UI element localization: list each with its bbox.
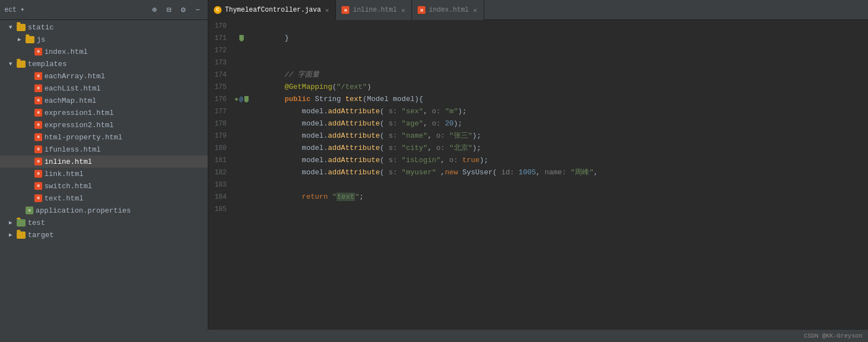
sidebar-item-text[interactable]: H text.html	[0, 192, 208, 204]
file-icon-ifunless: H	[34, 145, 42, 153]
sidebar-label-eachlist: eachList.html	[44, 84, 101, 93]
code-line-179: 179 model.addAttribute( s: "name", o: "张…	[208, 130, 868, 142]
line-num-182: 182	[208, 167, 233, 179]
layout-button[interactable]: ⊟	[163, 4, 174, 16]
bookmark-icon-176	[244, 96, 249, 103]
tab-bar: C ThymeleafController.java ✕ H inline.ht…	[208, 0, 868, 19]
tab-inline-close[interactable]: ✕	[400, 6, 407, 14]
file-icon-text: H	[34, 194, 42, 202]
file-icon-eacharray: H	[34, 72, 42, 80]
code-area: 170 171 } 172 173	[208, 20, 868, 330]
sidebar-item-static[interactable]: ▼ static	[0, 21, 208, 33]
tab-thymeleaf-close[interactable]: ✕	[324, 6, 330, 14]
line-content-175: @GetMapping("/text")	[250, 81, 868, 93]
sidebar-item-eachmap[interactable]: H eachMap.html	[0, 94, 208, 107]
line-num-172: 172	[208, 44, 233, 57]
sidebar-item-templates[interactable]: ▼ templates	[0, 58, 208, 70]
sidebar-item-expression1[interactable]: H expression1.html	[0, 107, 208, 119]
main-area: ▼ static ▶ js H index.html ▼ templates H…	[0, 20, 868, 330]
code-line-170: 170	[208, 20, 868, 32]
status-label: CSDN @KK-Greyson	[804, 333, 862, 339]
line-num-170: 170	[208, 20, 233, 32]
line-content-178: model.addAttribute( s: "age", o: 20);	[250, 118, 868, 130]
arrow-static: ▼	[9, 24, 14, 31]
code-line-177: 177 model.addAttribute( s: "sex", o: "m"…	[208, 105, 868, 118]
sidebar-item-eachlist[interactable]: H eachList.html	[0, 82, 208, 94]
project-label[interactable]: ect ▾	[4, 6, 24, 14]
sidebar-label-switch: switch.html	[44, 182, 92, 190]
sidebar-label-templates: templates	[28, 60, 67, 68]
line-num-185: 185	[208, 203, 233, 215]
line-num-183: 183	[208, 179, 233, 191]
folder-icon-target	[17, 232, 26, 239]
line-num-175: 175	[208, 81, 233, 93]
settings-button[interactable]: ⚙	[178, 4, 189, 16]
code-line-185: 185	[208, 203, 868, 215]
sidebar-item-js[interactable]: ▶ js	[0, 33, 208, 46]
tab-index[interactable]: H index.html ✕	[412, 0, 484, 20]
html-icon-inline: H	[342, 6, 349, 14]
code-line-178: 178 model.addAttribute( s: "age", o: 20)…	[208, 118, 868, 130]
sidebar-label-eacharray: eachArray.html	[44, 72, 105, 81]
tab-inline[interactable]: H inline.html ✕	[336, 0, 412, 20]
line-num-180: 180	[208, 142, 233, 154]
code-line-182: 182 model.addAttribute( s: "myuser" ,new…	[208, 167, 868, 179]
file-icon-eachlist: H	[34, 84, 42, 92]
sidebar-item-application-props[interactable]: ⚙ application.properties	[0, 204, 208, 217]
file-icon-expression2: H	[34, 121, 42, 129]
tab-thymeleaf-label: ThymeleafController.java	[225, 6, 321, 14]
file-icon-link: H	[34, 170, 42, 178]
sidebar-item-inline[interactable]: H inline.html	[0, 155, 208, 168]
java-icon: C	[214, 6, 222, 14]
sidebar-label-link: link.html	[44, 170, 83, 178]
arrow-js: ▶	[18, 36, 23, 43]
code-line-180: 180 model.addAttribute( s: "city", o: "北…	[208, 142, 868, 154]
top-row: ect ▾ ⊕ ⊟ ⚙ − C ThymeleafController.java…	[0, 0, 868, 20]
code-line-184: 184 return "text";	[208, 191, 868, 203]
line-content-181: model.addAttribute( s: "isLogin", o: tru…	[250, 154, 868, 167]
sidebar-label-js: js	[37, 36, 46, 44]
folder-icon-templates	[17, 61, 26, 68]
minimize-button[interactable]: −	[192, 4, 203, 16]
line-content-176: public String text(Model model){	[250, 93, 868, 105]
file-icon-eachmap: H	[34, 97, 42, 104]
code-editor[interactable]: 170 171 } 172 173	[208, 20, 868, 330]
sidebar-item-target[interactable]: ▶ target	[0, 229, 208, 241]
sidebar-item-switch[interactable]: H switch.html	[0, 180, 208, 192]
line-num-184: 184	[208, 191, 233, 203]
sidebar-item-eacharray[interactable]: H eachArray.html	[0, 70, 208, 82]
sidebar-item-expression2[interactable]: H expression2.html	[0, 119, 208, 131]
code-line-171: 171 }	[208, 32, 868, 44]
line-content-174: // 字面量	[250, 69, 868, 81]
code-line-174: 174 // 字面量	[208, 69, 868, 81]
sidebar-label-ifunless: ifunless.html	[44, 145, 101, 154]
file-icon-inline: H	[34, 158, 42, 165]
code-line-183: 183	[208, 179, 868, 191]
code-line-176: 176 ● @ public String text(Model model){	[208, 93, 868, 105]
sidebar-item-ifunless[interactable]: H ifunless.html	[0, 143, 208, 155]
line-num-181: 181	[208, 154, 233, 167]
sidebar-item-index-static[interactable]: H index.html	[0, 46, 208, 58]
sidebar-label-target: target	[28, 231, 54, 239]
add-button[interactable]: ⊕	[149, 4, 160, 16]
code-line-173: 173	[208, 57, 868, 69]
line-content-182: model.addAttribute( s: "myuser" ,new Sys…	[250, 167, 868, 179]
at-icon: @	[239, 93, 243, 105]
sidebar-item-html-property[interactable]: H html-property.html	[0, 131, 208, 143]
line-num-179: 179	[208, 130, 233, 142]
tab-thymeleaf[interactable]: C ThymeleafController.java ✕	[208, 0, 336, 20]
file-icon-html-index-static: H	[34, 48, 42, 56]
code-line-181: 181 model.addAttribute( s: "isLogin", o:…	[208, 154, 868, 167]
top-left-toolbar: ect ▾ ⊕ ⊟ ⚙ −	[0, 0, 208, 19]
folder-icon-static	[17, 24, 26, 31]
gutter-176: ● @	[233, 93, 250, 105]
sidebar-item-link[interactable]: H link.html	[0, 168, 208, 180]
sidebar-item-test[interactable]: ▶ test	[0, 217, 208, 229]
sidebar-label-expression1: expression1.html	[44, 109, 114, 117]
code-line-172: 172	[208, 44, 868, 57]
sidebar-label-text: text.html	[44, 194, 83, 203]
sidebar-label-expression2: expression2.html	[44, 121, 114, 129]
sidebar-label-index-static: index.html	[44, 48, 88, 56]
status-bar: CSDN @KK-Greyson	[0, 330, 868, 342]
tab-index-close[interactable]: ✕	[472, 6, 478, 14]
